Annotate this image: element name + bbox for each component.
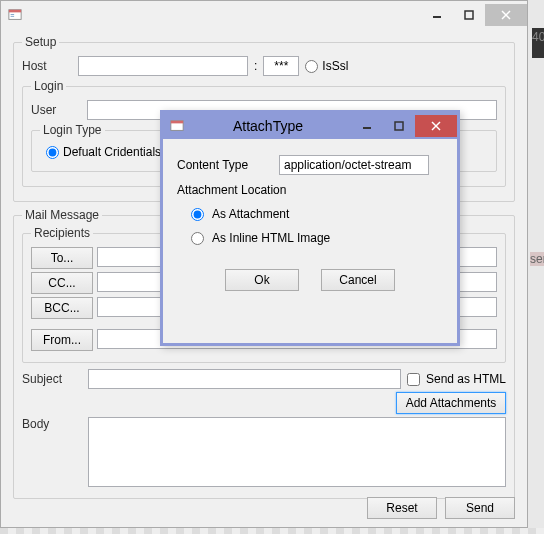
titlebar xyxy=(1,1,527,29)
login-legend: Login xyxy=(31,79,66,93)
ok-button[interactable]: Ok xyxy=(225,269,299,291)
app-icon xyxy=(7,7,23,23)
dialog-maximize-button[interactable] xyxy=(383,115,415,137)
add-attachments-button[interactable]: Add Attachments xyxy=(396,392,506,414)
mail-message-legend: Mail Message xyxy=(22,208,102,222)
bcc-button[interactable]: BCC... xyxy=(31,297,93,319)
host-input[interactable] xyxy=(78,56,248,76)
port-separator: : xyxy=(254,59,257,73)
body-textarea[interactable] xyxy=(88,417,506,487)
svg-rect-5 xyxy=(465,11,473,19)
as-attachment-radio[interactable] xyxy=(191,208,204,221)
svg-rect-9 xyxy=(171,121,183,124)
dialog-icon xyxy=(169,118,185,134)
recipients-legend: Recipients xyxy=(31,226,93,240)
window-controls xyxy=(421,4,527,26)
send-button[interactable]: Send xyxy=(445,497,515,519)
body-label: Body xyxy=(22,417,82,431)
maximize-button[interactable] xyxy=(453,4,485,26)
subject-input[interactable] xyxy=(88,369,401,389)
attach-type-dialog: AttachType Content Type Attachment Locat… xyxy=(160,110,460,346)
content-type-label: Content Type xyxy=(177,158,271,172)
from-button[interactable]: From... xyxy=(31,329,93,351)
footer-actions: Reset Send xyxy=(367,497,515,519)
dialog-body: Content Type Attachment Location As Atta… xyxy=(163,139,457,301)
user-label: User xyxy=(31,103,81,117)
port-input[interactable] xyxy=(263,56,299,76)
as-attachment-label: As Attachment xyxy=(212,207,289,221)
is-ssl-label: IsSsl xyxy=(322,59,348,73)
default-credentials-label: Defualt Cridentials xyxy=(63,145,161,159)
dialog-titlebar: AttachType xyxy=(163,113,457,139)
svg-rect-11 xyxy=(395,122,403,130)
send-as-html-label: Send as HTML xyxy=(426,372,506,386)
subject-label: Subject xyxy=(22,372,82,386)
host-label: Host xyxy=(22,59,72,73)
right-dark-panel: 400 xyxy=(532,28,544,58)
svg-rect-2 xyxy=(11,14,15,15)
setup-legend: Setup xyxy=(22,35,59,49)
attachment-location-label: Attachment Location xyxy=(177,183,443,197)
bottom-edge-strip xyxy=(0,528,544,534)
dialog-close-button[interactable] xyxy=(415,115,457,137)
is-ssl-radio[interactable] xyxy=(305,60,318,73)
right-small-tag: ser xyxy=(530,252,544,266)
to-button[interactable]: To... xyxy=(31,247,93,269)
reset-button[interactable]: Reset xyxy=(367,497,437,519)
close-button[interactable] xyxy=(485,4,527,26)
dialog-title: AttachType xyxy=(185,118,351,134)
svg-rect-1 xyxy=(9,10,21,13)
minimize-button[interactable] xyxy=(421,4,453,26)
svg-rect-3 xyxy=(11,16,15,17)
content-type-input[interactable] xyxy=(279,155,429,175)
as-inline-label: As Inline HTML Image xyxy=(212,231,330,245)
dialog-minimize-button[interactable] xyxy=(351,115,383,137)
as-inline-radio[interactable] xyxy=(191,232,204,245)
cancel-button[interactable]: Cancel xyxy=(321,269,395,291)
right-edge-strip xyxy=(528,0,544,534)
send-as-html-checkbox[interactable] xyxy=(407,373,420,386)
cc-button[interactable]: CC... xyxy=(31,272,93,294)
default-credentials-radio[interactable] xyxy=(46,146,59,159)
login-type-legend: Login Type xyxy=(40,123,105,137)
